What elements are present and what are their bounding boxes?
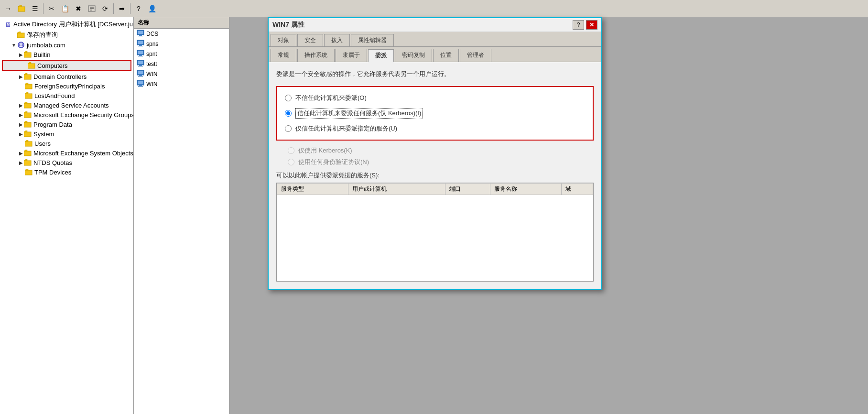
tree-item-programdata[interactable]: ▶ Program Data <box>0 120 133 129</box>
tab-password-copy[interactable]: 密码复制 <box>395 49 432 62</box>
tree-item-saved-queries[interactable]: 保存的查询 <box>0 30 133 40</box>
tpm-label: TPM Devices <box>34 169 71 176</box>
mid-list-item-win1[interactable]: WIN <box>134 69 229 79</box>
toolbar-back-btn[interactable]: → <box>2 2 14 15</box>
mid-list-item-dcs[interactable]: DCS <box>134 29 229 39</box>
toolbar-props-btn[interactable] <box>86 2 98 15</box>
svg-rect-20 <box>25 94 32 98</box>
mid-item-label-testt: testt <box>146 61 157 67</box>
tab-attr-editor[interactable]: 属性编辑器 <box>351 34 394 46</box>
dialog-close-button[interactable]: ✕ <box>586 20 597 30</box>
svg-rect-12 <box>24 53 31 57</box>
dialog-win7-properties: WIN7 属性 ? ✕ 对象 安全 拨入 属性编辑器 <box>268 17 602 290</box>
mid-list-item-spns[interactable]: spns <box>134 39 229 49</box>
radio-kerberos-only-label: 仅使用 Kerberos(K) <box>298 146 352 155</box>
computer-icon-win1 <box>137 70 144 78</box>
tab-manager[interactable]: 管理者 <box>460 49 491 62</box>
folder-dc-icon <box>24 73 32 80</box>
tree-item-ntds[interactable]: ▶ NTDS Quotas <box>0 158 133 167</box>
computer-icon-testt <box>137 60 144 68</box>
svg-rect-36 <box>25 170 32 175</box>
tree-item-msa[interactable]: ▶ Managed Service Accounts <box>0 100 133 110</box>
dialog-title: WIN7 属性 <box>272 21 304 29</box>
builtin-label: Builtin <box>33 51 50 58</box>
radio-trust-specific[interactable] <box>285 125 292 132</box>
mid-list-item-testt[interactable]: testt <box>134 59 229 69</box>
toolbar-refresh-btn[interactable]: ⟳ <box>99 2 111 15</box>
tree-item-users[interactable]: Users <box>0 139 133 148</box>
svg-rect-45 <box>138 46 143 46</box>
svg-rect-60 <box>139 85 142 86</box>
mid-item-label-dcs: DCS <box>146 31 158 37</box>
tree-item-fsp[interactable]: ForeignSecurityPrincipals <box>0 81 133 91</box>
delegation-description: 委派是一个安全敏感的操作，它允许服务代表另一个用户运行。 <box>276 70 594 78</box>
tree-header-label: Active Directory 用户和计算机 [DCServer.juml <box>13 20 134 29</box>
expand-mesg: ▶ <box>19 112 23 118</box>
toolbar-copy-btn[interactable]: 📋 <box>59 2 71 15</box>
svg-marker-35 <box>24 159 27 161</box>
tree-item-mesg[interactable]: ▶ Microsoft Exchange Security Groups <box>0 110 133 120</box>
toolbar-help-btn[interactable]: ? <box>132 2 145 15</box>
expand-msa: ▶ <box>19 103 23 108</box>
toolbar-list-btn[interactable]: ☰ <box>29 2 41 15</box>
folder-laf-icon <box>25 92 33 99</box>
col-port: 端口 <box>445 184 490 195</box>
tree-item-domain-controllers[interactable]: ▶ Domain Controllers <box>0 72 133 81</box>
sub-option-kerberos: 仅使用 Kerberos(K) <box>288 146 594 155</box>
tab-delegation[interactable]: 委派 <box>368 49 394 62</box>
svg-marker-29 <box>24 131 27 132</box>
mid-panel: 名称 DCS spns spnt testt <box>134 17 229 414</box>
tab-location[interactable]: 位置 <box>433 49 459 62</box>
domain-node-icon <box>17 41 25 49</box>
svg-marker-21 <box>25 92 28 94</box>
radio-trust-any[interactable] <box>285 110 292 117</box>
toolbar-cut-btn[interactable]: ✂ <box>45 2 58 15</box>
radio-no-trust-label[interactable]: 不信任此计算机来委派(O) <box>295 94 367 102</box>
sys-label: System <box>33 131 54 138</box>
toolbar-export-btn[interactable]: ➡ <box>116 2 128 15</box>
delegation-radio-group: 不信任此计算机来委派(O) 信任此计算机来委派任何服务(仅 Kerberos)(… <box>276 86 594 141</box>
users-label: Users <box>34 140 51 147</box>
tree-item-system[interactable]: ▶ System <box>0 129 133 139</box>
svg-marker-33 <box>24 150 27 151</box>
tab-bar-top: 对象 安全 拨入 属性编辑器 <box>269 32 601 47</box>
svg-rect-0 <box>18 7 25 11</box>
tab-object[interactable]: 对象 <box>271 34 296 46</box>
col-domain: 域 <box>561 184 593 195</box>
tree-item-tpm[interactable]: TPM Devices <box>0 167 133 177</box>
toolbar-folder-btn[interactable] <box>15 2 28 15</box>
svg-rect-22 <box>24 103 31 108</box>
radio-trust-any-label[interactable]: 信任此计算机来委派任何服务(仅 Kerberos)(I) <box>295 108 423 119</box>
svg-rect-49 <box>138 56 143 56</box>
mid-list-item-spnt[interactable]: spnt <box>134 49 229 59</box>
tab-os[interactable]: 操作系统 <box>297 49 335 62</box>
dialog-titlebar: WIN7 属性 ? ✕ <box>269 18 601 32</box>
col-user-computer: 用户或计算机 <box>348 184 445 195</box>
svg-rect-57 <box>138 76 143 76</box>
tree-item-builtin[interactable]: ▶ Builtin <box>0 50 133 59</box>
mid-list-item-win2[interactable]: WIN <box>134 79 229 89</box>
domain-label: jumbolab.com <box>27 42 65 49</box>
radio-no-trust[interactable] <box>285 95 292 101</box>
computer-icon-win2 <box>137 80 144 88</box>
toolbar-delete-btn[interactable]: ✖ <box>72 2 85 15</box>
sub-options: 仅使用 Kerberos(K) 使用任何身份验证协议(N) <box>288 146 594 166</box>
tree-item-lostandfound[interactable]: LostAndFound <box>0 91 133 100</box>
svg-rect-26 <box>24 122 31 127</box>
tree-item-computers[interactable]: Computers <box>3 61 130 70</box>
fsp-label: ForeignSecurityPrincipals <box>34 83 105 90</box>
meso-label: Microsoft Exchange System Objects <box>33 150 133 157</box>
tree-item-meso[interactable]: ▶ Microsoft Exchange System Objects <box>0 148 133 158</box>
radio-trust-specific-label[interactable]: 仅信任此计算机来委派指定的服务(U) <box>295 124 397 133</box>
folder-saved-queries-icon <box>17 31 25 39</box>
svg-rect-14 <box>28 64 35 68</box>
tab-general[interactable]: 常规 <box>271 49 296 62</box>
tab-security[interactable]: 安全 <box>297 34 323 46</box>
main-container: 🖥 Active Directory 用户和计算机 [DCServer.juml… <box>0 17 868 414</box>
toolbar-user-btn[interactable]: 👤 <box>146 2 158 15</box>
tab-dialin[interactable]: 拨入 <box>324 34 350 46</box>
tree-item-domain[interactable]: ▼ jumbolab.com <box>0 40 133 50</box>
tab-member-of[interactable]: 隶属于 <box>336 49 367 62</box>
dialog-help-button[interactable]: ? <box>573 20 584 30</box>
svg-marker-23 <box>24 102 27 103</box>
